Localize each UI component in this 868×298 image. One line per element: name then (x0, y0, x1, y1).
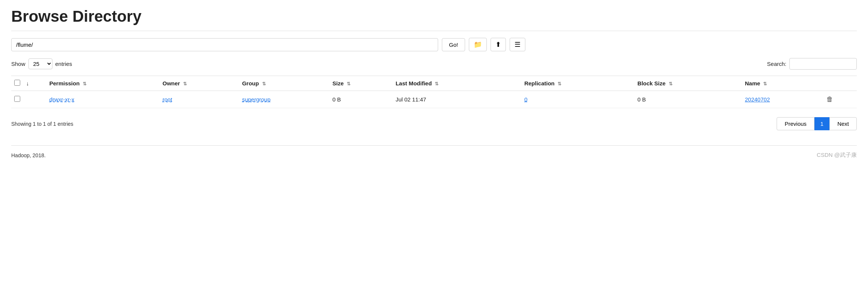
size-label: Size (333, 80, 344, 86)
show-entries-control: Show 10 25 50 100 entries (11, 58, 72, 69)
group-sort-icon: ⇅ (262, 81, 266, 86)
folder-icon-button[interactable]: 📁 (469, 38, 487, 51)
row-last-modified: Jul 02 11:47 (392, 91, 521, 108)
row-name[interactable]: 20240702 (742, 91, 823, 108)
row-permission[interactable]: drwxr-xr-x (46, 91, 160, 108)
last-modified-label: Last Modified (395, 80, 432, 86)
header-group[interactable]: Group ⇅ (239, 76, 329, 91)
permission-label: Permission (49, 80, 80, 86)
group-link[interactable]: supergroup (242, 96, 270, 103)
header-permission[interactable]: Permission ⇅ (46, 76, 160, 91)
list-icon: ☰ (515, 41, 521, 48)
row-block-size: 0 B (634, 91, 742, 108)
row-size: 0 B (330, 91, 393, 108)
page-1-button[interactable]: 1 (814, 117, 829, 130)
go-button[interactable]: Go! (442, 38, 465, 51)
size-sort-icon: ⇅ (347, 81, 350, 86)
name-link[interactable]: 20240702 (745, 96, 770, 103)
last-modified-sort-icon: ⇅ (435, 81, 438, 86)
entries-label: entries (55, 61, 72, 67)
search-label: Search: (767, 61, 786, 67)
pagination: Previous 1 Next (777, 117, 857, 130)
controls-row: Show 10 25 50 100 entries Search: (11, 58, 857, 70)
search-row: Search: (767, 58, 857, 70)
replication-link[interactable]: 0 (524, 96, 527, 103)
row-group[interactable]: supergroup (239, 91, 329, 108)
replication-label: Replication (524, 80, 555, 86)
row-owner[interactable]: root (160, 91, 239, 108)
owner-sort-icon: ⇅ (183, 81, 187, 86)
row-checkbox-cell (11, 91, 23, 108)
row-sort-indicator (23, 91, 46, 108)
footer-row: Showing 1 to 1 of 1 entries Previous 1 N… (11, 114, 857, 130)
row-checkbox[interactable] (14, 96, 20, 102)
name-label: Name (745, 80, 760, 86)
list-view-button[interactable]: ☰ (510, 38, 525, 51)
name-sort-icon: ⇅ (763, 81, 767, 86)
header-owner[interactable]: Owner ⇅ (160, 76, 239, 91)
next-button[interactable]: Next (829, 117, 857, 130)
row-replication[interactable]: 0 (521, 91, 634, 108)
owner-link[interactable]: root (163, 96, 172, 103)
page-title: Browse Directory (11, 7, 857, 31)
show-label: Show (11, 61, 25, 67)
search-input[interactable] (789, 58, 857, 70)
permission-link[interactable]: drwxr-xr-x (49, 96, 75, 103)
sort-down-icon: ↓ (26, 80, 29, 86)
bottom-footer: Hadoop, 2018. CSDN @武子康 (11, 145, 857, 159)
delete-button[interactable]: 🗑 (826, 95, 833, 103)
header-sort-down[interactable]: ↓ (23, 76, 46, 91)
header-replication[interactable]: Replication ⇅ (521, 76, 634, 91)
group-label: Group (242, 80, 259, 86)
owner-label: Owner (163, 80, 180, 86)
directory-table: ↓ Permission ⇅ Owner ⇅ Group ⇅ Size ⇅ La… (11, 76, 857, 108)
hadoop-text: Hadoop, 2018. (11, 152, 46, 158)
folder-icon: 📁 (474, 41, 482, 48)
replication-sort-icon: ⇅ (558, 81, 561, 86)
header-actions (823, 76, 857, 91)
path-row: Go! 📁 ⬆ ☰ (11, 38, 857, 51)
header-last-modified[interactable]: Last Modified ⇅ (392, 76, 521, 91)
block-size-sort-icon: ⇅ (669, 81, 673, 86)
path-input[interactable] (11, 38, 438, 51)
upload-button[interactable]: ⬆ (491, 38, 506, 51)
row-delete-cell: 🗑 (823, 91, 857, 108)
entries-select[interactable]: 10 25 50 100 (28, 58, 52, 69)
showing-text: Showing 1 to 1 of 1 entries (11, 121, 73, 127)
table-header-row: ↓ Permission ⇅ Owner ⇅ Group ⇅ Size ⇅ La… (11, 76, 857, 91)
header-checkbox-cell (11, 76, 23, 91)
watermark-text: CSDN @武子康 (817, 152, 857, 159)
select-all-checkbox[interactable] (14, 80, 20, 86)
upload-icon: ⬆ (495, 41, 501, 48)
header-size[interactable]: Size ⇅ (330, 76, 393, 91)
previous-button[interactable]: Previous (777, 117, 814, 130)
header-name[interactable]: Name ⇅ (742, 76, 823, 91)
table-row: drwxr-xr-x root supergroup 0 B Jul 02 11… (11, 91, 857, 108)
block-size-label: Block Size (637, 80, 665, 86)
header-block-size[interactable]: Block Size ⇅ (634, 76, 742, 91)
permission-sort-icon: ⇅ (83, 81, 87, 86)
